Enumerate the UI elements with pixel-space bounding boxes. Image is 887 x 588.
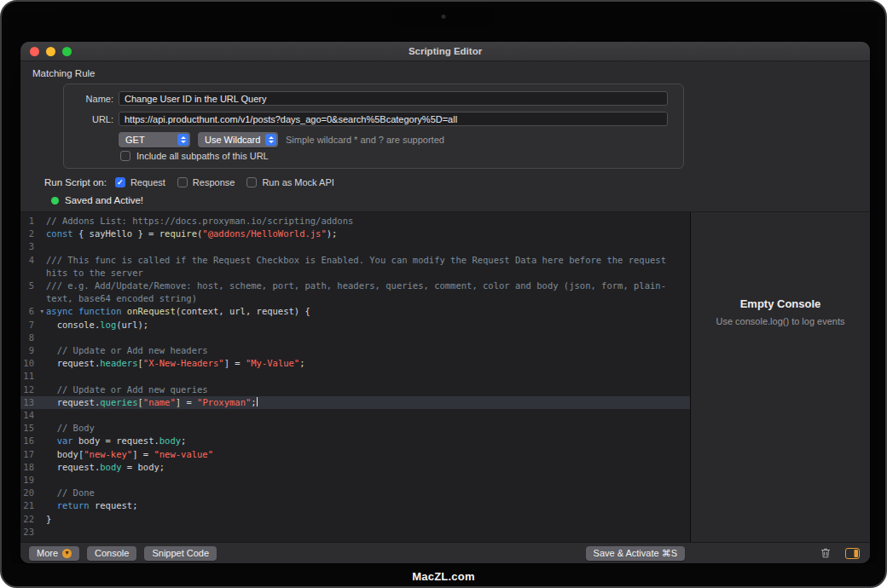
console-button-label: Console	[95, 548, 129, 558]
traffic-lights	[30, 47, 72, 56]
line-number: 16	[20, 435, 46, 447]
dropdown-chevrons-icon	[265, 134, 276, 146]
code-line[interactable]: 12 // Update or Add new queries	[20, 383, 690, 396]
scripting-editor-window: Scripting Editor Matching Rule Name: Cha…	[20, 42, 870, 563]
run-script-option-request[interactable]: ✓Request	[115, 177, 165, 187]
include-subpaths-checkbox[interactable]	[120, 151, 130, 161]
code-line[interactable]: 20 // Done	[20, 487, 690, 499]
close-window-button[interactable]	[30, 47, 39, 56]
code-line[interactable]: 6▾async function onRequest(context, url,…	[20, 305, 690, 318]
checkbox-icon[interactable]	[177, 177, 188, 187]
code-text: console.log(url);	[46, 319, 690, 331]
url-input[interactable]: https://api.producthunt.com/v1/posts?day…	[119, 112, 668, 126]
code-text: body["new-key"] = "new-value"	[46, 448, 690, 461]
matching-rule-box: Name: Change User ID in the URL Query UR…	[63, 84, 684, 169]
line-number: 11	[20, 370, 46, 383]
active-status-icon	[51, 197, 59, 205]
code-line[interactable]: 5/// e.g. Add/Update/Remove: host, schem…	[20, 280, 690, 305]
save-activate-button[interactable]: Save & Activate ⌘S	[586, 546, 685, 561]
snippet-code-button[interactable]: Snippet Code	[144, 546, 217, 561]
snippet-code-button-label: Snippet Code	[152, 548, 209, 558]
line-number: 14	[20, 409, 46, 422]
code-line[interactable]: 8	[20, 331, 690, 344]
console-empty-subtitle: Use console.log() to log events	[716, 316, 844, 326]
line-number: 7	[20, 319, 46, 331]
camera-icon	[442, 14, 446, 19]
code-line[interactable]: 18 request.body = body;	[20, 461, 690, 474]
name-input[interactable]: Change User ID in the URL Query	[119, 91, 668, 106]
code-line[interactable]: 23	[20, 526, 690, 539]
code-text: request.headers["X-New-Headers"] = "My-V…	[46, 357, 690, 370]
code-text: return request;	[46, 499, 690, 512]
code-line[interactable]: 19	[20, 474, 690, 487]
clear-console-button[interactable]	[820, 547, 832, 559]
code-text: async function onRequest(context, url, r…	[46, 305, 690, 318]
code-lines: 1// Addons List: https://docs.proxyman.i…	[20, 215, 690, 539]
code-line[interactable]: 13 request.queries["name"] = "Proxyman";	[20, 396, 690, 409]
line-number: 23	[20, 526, 46, 539]
code-text: request.body = body;	[46, 461, 690, 474]
code-line[interactable]: 21 return request;	[20, 499, 690, 512]
line-number: 2	[20, 228, 46, 240]
code-line[interactable]: 10 request.headers["X-New-Headers"] = "M…	[20, 357, 690, 370]
window-titlebar[interactable]: Scripting Editor	[20, 42, 870, 61]
code-line[interactable]: 22}	[20, 513, 690, 526]
line-number: 10	[20, 357, 46, 370]
code-text: // Addons List: https://docs.proxyman.io…	[46, 215, 690, 228]
zoom-window-button[interactable]	[62, 47, 72, 56]
code-line[interactable]: 7 console.log(url);	[20, 319, 690, 331]
checkbox-icon[interactable]: ✓	[115, 177, 125, 187]
checkbox-icon[interactable]	[246, 177, 257, 187]
line-number: 12	[20, 383, 46, 396]
toggle-console-panel-button[interactable]	[845, 548, 860, 559]
code-text: // Update or Add new headers	[46, 344, 690, 357]
code-line[interactable]: 4/// This func is called if the Request …	[20, 254, 690, 280]
code-editor[interactable]: 1// Addons List: https://docs.proxyman.i…	[20, 212, 690, 542]
disclosure-triangle-icon[interactable]: ▾	[40, 305, 44, 318]
line-number: 20	[20, 487, 46, 499]
wildcard-mode-dropdown[interactable]: Use Wildcard	[198, 132, 278, 147]
include-subpaths-option[interactable]: Include all subpaths of this URL	[120, 151, 683, 161]
code-line[interactable]: 16 var body = request.body;	[20, 435, 690, 447]
console-panel: Empty Console Use console.log() to log e…	[690, 212, 870, 542]
code-line[interactable]: 11	[20, 370, 690, 383]
code-text: }	[46, 513, 690, 526]
code-line[interactable]: 1// Addons List: https://docs.proxyman.i…	[20, 215, 690, 228]
checkbox-label: Run as Mock API	[262, 177, 333, 187]
code-text: // Update or Add new queries	[46, 383, 690, 396]
line-number: 8	[20, 331, 46, 344]
text-cursor	[257, 397, 258, 406]
name-field-label: Name:	[64, 94, 113, 104]
run-script-option-run-as-mock-api[interactable]: Run as Mock API	[246, 177, 333, 187]
code-line[interactable]: 2const { sayHello } = require("@addons/H…	[20, 228, 690, 240]
code-line[interactable]: 9 // Update or Add new headers	[20, 344, 690, 357]
run-script-options: ✓RequestResponseRun as Mock API	[115, 177, 346, 187]
code-text: /// This func is called if the Request C…	[46, 254, 690, 280]
line-number: 21	[20, 499, 46, 512]
line-number: 9	[20, 344, 46, 357]
more-button[interactable]: More ▾	[29, 546, 79, 561]
main-split: 1// Addons List: https://docs.proxyman.i…	[20, 211, 870, 542]
code-text	[46, 409, 690, 422]
trash-icon	[820, 547, 832, 559]
console-button[interactable]: Console	[87, 546, 136, 561]
desktop-wallpaper: Scripting Editor Matching Rule Name: Cha…	[9, 8, 878, 564]
checkbox-label: Response	[193, 177, 235, 187]
code-line[interactable]: 14	[20, 409, 690, 422]
console-empty-title: Empty Console	[740, 297, 821, 310]
line-number: 19	[20, 474, 46, 487]
code-line[interactable]: 17 body["new-key"] = "new-value"	[20, 448, 690, 461]
code-text: /// e.g. Add/Update/Remove: host, scheme…	[46, 280, 690, 305]
code-line[interactable]: 15 // Body	[20, 422, 690, 435]
code-text: const { sayHello } = require("@addons/He…	[46, 228, 690, 240]
http-method-value: GET	[125, 135, 145, 145]
code-line[interactable]: 3	[20, 240, 690, 253]
http-method-dropdown[interactable]: GET	[119, 132, 190, 147]
line-number: 22	[20, 513, 46, 526]
line-number: 3	[20, 240, 46, 253]
window-title: Scripting Editor	[409, 46, 482, 56]
code-text: // Done	[46, 487, 690, 499]
run-script-option-response[interactable]: Response	[177, 177, 235, 187]
code-text	[46, 331, 690, 344]
minimize-window-button[interactable]	[46, 47, 55, 56]
